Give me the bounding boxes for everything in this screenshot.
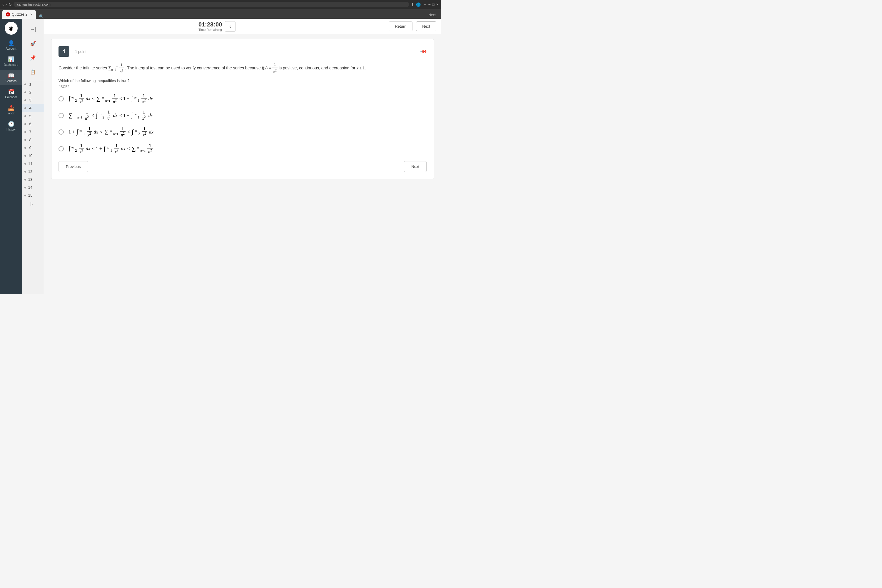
question-list-item-2[interactable]: 2 [22,88,44,96]
nav-logo: ◉ [5,22,18,35]
question-dot [24,107,26,109]
timer-display: 01:23:00 [198,21,222,28]
question-list-item-12[interactable]: 12 [22,168,44,176]
question-number-badge: 4 [58,46,69,57]
question-list-item-4[interactable]: 4 [22,104,44,112]
answer-choices: ∫ ∞ 2 1 x2 dx < ∑ [58,93,427,154]
question-text-main: Consider the infinite series ∑n=1∞ 1n2 .… [58,62,427,75]
radio-a[interactable] [58,96,64,101]
tab-title: Quizzes 2 [12,12,27,16]
return-button[interactable]: Return [388,21,412,31]
question-dot [24,147,26,149]
question-num-label: 12 [27,170,33,174]
calendar-icon: 📅 [8,88,14,95]
question-num-label: 15 [27,193,33,198]
question-num-label: 13 [27,177,33,182]
question-dot [24,187,26,189]
browser-back-btn[interactable]: ‹ [2,2,4,7]
choice-b-math: ∑ ∞ n=1 1 n2 < ∫ [69,110,153,121]
question-dot [24,131,26,133]
previous-button[interactable]: Previous [58,161,88,172]
question-list-item-1[interactable]: 1 [22,80,44,88]
choice-d-math: ∫ ∞ 2 1 x2 dx < 1 + ∫ [69,144,153,154]
choice-a: ∫ ∞ 2 1 x2 dx < ∑ [58,93,427,104]
browser-maximize-btn[interactable]: □ [432,2,435,6]
question-num-label: 7 [27,130,33,134]
timer-collapse-btn[interactable]: ‹ [225,21,236,32]
search-icon-area[interactable]: 🔍 [36,14,47,19]
question-dot [24,171,26,172]
question-dot [24,92,26,93]
sidebar-rocket-btn[interactable]: 🚀 [27,38,39,50]
header-next-btn[interactable]: Next [425,13,439,17]
question-dot [24,123,26,125]
question-body: Consider the infinite series ∑n=1∞ 1n2 .… [58,62,427,89]
browser-tab[interactable]: ● Quizzes 2 × [2,10,36,19]
choice-d: ∫ ∞ 2 1 x2 dx < 1 + ∫ [58,144,427,154]
question-num-label: 10 [27,153,33,158]
quiz-area: 4 1 point 📌 Consider the infinite series… [44,34,441,294]
history-icon: 🕐 [8,121,14,127]
sidebar-pin-btn[interactable]: 📌 [27,52,39,63]
browser-globe-btn[interactable]: 🌐 [416,2,421,7]
question-num-label: 5 [27,114,33,118]
sidebar-collapse-btn[interactable]: →| [27,24,39,35]
sidebar-list-btn[interactable]: 📋 [27,66,39,78]
next-button-top[interactable]: Next [416,21,436,31]
sidebar-item-inbox[interactable]: 📥 Inbox [0,102,22,117]
question-dot [24,163,26,165]
radio-b[interactable] [58,113,64,118]
question-list-sidebar: →| 🚀 📌 📋 123456789101112131415 |← [22,19,44,294]
question-list-item-9[interactable]: 9 [22,144,44,152]
question-num-label: 4 [27,106,33,110]
question-num-label: 2 [27,90,33,94]
question-dot [24,115,26,117]
choice-c: 1 + ∫ ∞ 1 1 x2 dx < [58,127,427,138]
question-num-label: 3 [27,98,33,102]
browser-close-btn[interactable]: × [436,2,439,7]
sidebar-item-calendar[interactable]: 📅 Calendar [0,86,22,101]
browser-downloads-btn[interactable]: ⬇ [411,2,414,7]
sidebar-item-account[interactable]: 👤 Account [0,38,22,52]
pin-question-icon[interactable]: 📌 [420,47,428,56]
sidebar-item-courses[interactable]: 📖 Courses [0,70,22,85]
question-list-item-15[interactable]: 15 [22,191,44,200]
answer-code-label: 4BCF2 [58,85,427,89]
question-list-item-10[interactable]: 10 [22,152,44,160]
question-list-item-6[interactable]: 6 [22,120,44,128]
next-button-card[interactable]: Next [404,161,427,172]
top-toolbar: 01:23:00 Time Remaining ‹ Return Next [44,19,441,34]
account-icon: 👤 [8,40,14,46]
question-list-item-14[interactable]: 14 [22,183,44,191]
browser-minimize-btn[interactable]: − [428,2,430,7]
courses-icon: 📖 [8,72,14,79]
quiz-card: 4 1 point 📌 Consider the infinite series… [51,39,434,179]
question-list-item-7[interactable]: 7 [22,128,44,136]
choice-b: ∑ ∞ n=1 1 n2 < ∫ [58,110,427,121]
radio-d[interactable] [58,146,64,152]
sidebar-item-history[interactable]: 🕐 History [0,118,22,134]
sidebar-left-arrow-btn[interactable]: |← [22,200,44,209]
tab-favicon: ● [6,12,10,16]
timer-label: Time Remaining [198,28,222,32]
question-dot [24,195,26,196]
browser-refresh-btn[interactable]: ↻ [9,2,12,7]
radio-c[interactable] [58,129,64,135]
question-list-item-11[interactable]: 11 [22,160,44,168]
dashboard-icon: 📊 [8,56,14,63]
question-dot [24,155,26,157]
choice-c-math: 1 + ∫ ∞ 1 1 x2 dx < [69,127,153,138]
choice-a-math: ∫ ∞ 2 1 x2 dx < ∑ [69,93,153,104]
address-bar: canvas.instructure.com [14,2,409,7]
question-dot [24,99,26,101]
browser-forward-btn[interactable]: › [6,2,7,7]
question-list-item-5[interactable]: 5 [22,112,44,120]
question-list-item-8[interactable]: 8 [22,136,44,144]
sidebar-item-dashboard[interactable]: 📊 Dashboard [0,54,22,69]
browser-menu-btn[interactable]: ⋯ [423,2,426,7]
question-list-item-13[interactable]: 13 [22,176,44,183]
tab-close-icon[interactable]: × [30,12,32,16]
left-nav: ◉ 👤 Account 📊 Dashboard 📖 Courses 📅 Cale… [0,19,22,294]
main-content: 01:23:00 Time Remaining ‹ Return Next 4 … [44,19,441,294]
question-list-item-3[interactable]: 3 [22,96,44,104]
